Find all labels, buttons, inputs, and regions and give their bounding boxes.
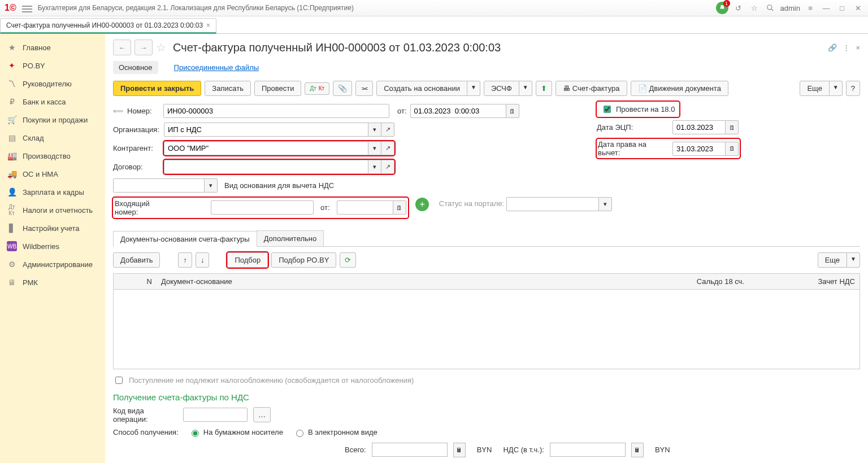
eschf-button[interactable]: ЭСЧФ▼ xyxy=(484,81,532,96)
attach-icon-button[interactable]: 📎 xyxy=(333,81,352,96)
calendar-icon[interactable]: 🗓 xyxy=(393,200,406,215)
sidebar-item-manager[interactable]: 〽Руководителю xyxy=(0,75,105,93)
star-icon[interactable]: ☆ xyxy=(749,2,760,14)
minimize-icon[interactable]: — xyxy=(821,2,832,14)
calendar-icon[interactable]: 🗓 xyxy=(726,142,739,156)
not-taxable-label: Поступление не подлежит налогообложению … xyxy=(129,376,414,385)
dropdown-icon[interactable]: ▾ xyxy=(368,123,381,137)
print-invoice-button[interactable]: 🖶 Счет-фактура xyxy=(555,81,627,96)
burger-icon[interactable] xyxy=(22,4,32,12)
dtkt-icon-button[interactable]: ДтКт xyxy=(305,82,329,95)
upload-icon-button[interactable]: ⬆ xyxy=(536,81,552,96)
search-icon[interactable] xyxy=(765,2,776,14)
radio-electronic[interactable]: В электронном виде xyxy=(293,428,377,437)
subtab-files[interactable]: Присоединенные файлы xyxy=(168,61,265,74)
more-button[interactable]: Еще▼ xyxy=(800,81,842,96)
dropdown-icon[interactable]: ▾ xyxy=(599,197,612,211)
add-row-button[interactable]: Добавить xyxy=(113,252,160,268)
sidebar-item-admin[interactable]: ⚙Администрирование xyxy=(0,255,105,273)
not-taxable-checkbox[interactable] xyxy=(115,377,123,384)
link-icon[interactable]: 🔗 xyxy=(828,43,837,52)
maximize-icon[interactable]: □ xyxy=(836,2,848,14)
sidebar-item-settings[interactable]: ▋Настройки учета xyxy=(0,219,105,237)
close-page-icon[interactable]: × xyxy=(856,43,860,52)
radio-paper[interactable]: На бумажном носителе xyxy=(189,428,283,437)
incoming-input[interactable] xyxy=(211,200,314,215)
history-icon[interactable]: ↺ xyxy=(733,2,744,14)
col-n[interactable]: N xyxy=(114,274,157,289)
create-based-on-button[interactable]: Создать на основании▼ xyxy=(376,81,480,96)
sidebar-item-taxes[interactable]: ДтКтНалоги и отчетность xyxy=(0,201,105,219)
nav-back-button[interactable]: ← xyxy=(113,40,131,55)
dropdown-icon[interactable]: ▾ xyxy=(368,141,381,155)
date-input[interactable]: 🗓 xyxy=(410,104,519,118)
contr-input[interactable]: ▾ ↗ xyxy=(164,141,394,155)
sidebar-item-hr[interactable]: 👤Зарплата и кадры xyxy=(0,183,105,201)
close-tab-icon[interactable]: × xyxy=(206,21,210,29)
pick-poby-button[interactable]: Подбор PO.BY xyxy=(271,252,336,268)
sidebar-item-sales[interactable]: 🛒Покупки и продажи xyxy=(0,111,105,129)
sidebar-item-bank[interactable]: ₽Банк и касса xyxy=(0,93,105,111)
structure-icon-button[interactable]: ⫘ xyxy=(355,81,373,96)
post-on-18-checkbox[interactable]: Провести на 18.0 xyxy=(597,102,679,117)
sidebar-item-main[interactable]: ★Главное xyxy=(0,38,105,56)
move-down-button[interactable]: ↓ xyxy=(196,252,210,268)
nds-input[interactable] xyxy=(550,443,626,457)
deduct-date-input[interactable]: 🗓 xyxy=(672,142,739,156)
open-icon[interactable]: ↗ xyxy=(381,160,394,174)
refresh-button[interactable]: ⟳ xyxy=(340,252,356,268)
col-doc[interactable]: Документ-основание xyxy=(157,274,638,289)
kebab-icon[interactable]: ⋮ xyxy=(843,43,850,52)
dog-input[interactable]: ▾ ↗ xyxy=(164,160,394,174)
portal-status-input[interactable]: ▾ xyxy=(506,197,612,211)
tab-additional[interactable]: Дополнительно xyxy=(257,230,324,246)
movements-button[interactable]: 📄 Движения документа xyxy=(631,81,728,96)
op-code-open-button[interactable]: … xyxy=(253,407,271,422)
basis-hint: Вид основания для вычета НДС xyxy=(224,181,334,190)
subtab-main[interactable]: Основное xyxy=(113,61,158,74)
save-button[interactable]: Записать xyxy=(205,81,251,96)
dropdown-icon[interactable]: ▾ xyxy=(205,178,218,193)
menu-icon[interactable]: ≡ xyxy=(805,2,816,14)
pick-button[interactable]: Подбор xyxy=(227,252,268,268)
open-icon[interactable]: ↗ xyxy=(381,123,394,137)
sidebar-item-rmk[interactable]: 🖥РМК xyxy=(0,273,105,291)
col-zachet[interactable]: Зачет НДС xyxy=(749,274,860,289)
calc-icon[interactable]: 🖩 xyxy=(453,443,466,457)
sidebar-item-production[interactable]: 🏭Производство xyxy=(0,147,105,165)
user-name[interactable]: admin xyxy=(780,4,800,12)
favorite-star-icon[interactable]: ☆ xyxy=(156,41,166,54)
sidebar-item-assets[interactable]: 🚚ОС и НМА xyxy=(0,165,105,183)
calendar-icon[interactable]: 🗓 xyxy=(506,104,519,118)
calendar-icon[interactable]: 🗓 xyxy=(726,120,739,134)
document-tab[interactable]: Счет-фактура полученный ИН00-000003 от 0… xyxy=(0,18,216,34)
factory-icon: 🏭 xyxy=(7,151,17,161)
post-button[interactable]: Провести xyxy=(254,81,302,96)
table-more-button[interactable]: Еще▼ xyxy=(818,252,860,268)
help-button[interactable]: ? xyxy=(846,81,860,96)
org-input[interactable]: ▾ ↗ xyxy=(164,123,394,137)
inc-date-input[interactable]: 🗓 xyxy=(337,200,406,215)
main-content: ← → ☆ Счет-фактура полученный ИН00-00000… xyxy=(105,34,868,463)
prev-icon[interactable]: ⟸ xyxy=(113,107,124,115)
notification-bell-icon[interactable] xyxy=(716,2,728,14)
sidebar-item-wb[interactable]: WBWildberries xyxy=(0,237,105,255)
number-input[interactable] xyxy=(163,104,389,118)
col-saldo[interactable]: Сальдо 18 сч. xyxy=(638,274,749,289)
basis-select[interactable]: ▾ xyxy=(113,178,218,193)
total-input[interactable] xyxy=(372,443,448,457)
open-icon[interactable]: ↗ xyxy=(381,141,394,155)
nav-forward-button[interactable]: → xyxy=(134,40,153,55)
tab-basis-docs[interactable]: Документы-основания счета-фактуры xyxy=(113,231,257,247)
sidebar-item-poby[interactable]: ✦PO.BY xyxy=(0,56,105,75)
op-code-input[interactable] xyxy=(183,408,248,422)
sidebar-item-stock[interactable]: ▤Склад xyxy=(0,129,105,147)
post18-checkbox[interactable] xyxy=(604,106,611,113)
move-up-button[interactable]: ↑ xyxy=(178,252,192,268)
dropdown-icon[interactable]: ▾ xyxy=(368,160,381,174)
calc-icon[interactable]: 🖩 xyxy=(631,443,644,457)
close-window-icon[interactable]: ✕ xyxy=(852,2,863,14)
ecp-date-input[interactable]: 🗓 xyxy=(672,120,739,134)
add-green-button[interactable]: + xyxy=(415,198,429,211)
post-and-close-button[interactable]: Провести и закрыть xyxy=(113,81,201,96)
